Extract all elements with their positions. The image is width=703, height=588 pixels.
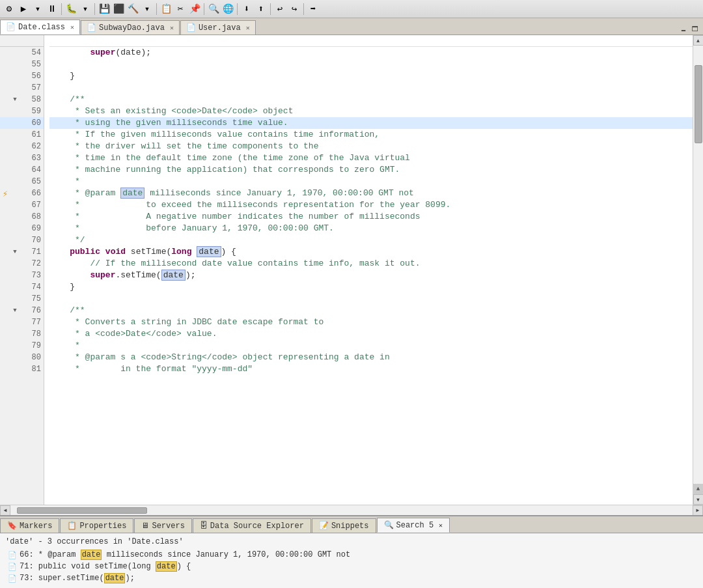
horizontal-scrollbar[interactable]: ◀ ▶ xyxy=(0,505,703,515)
toolbar-icon-10[interactable]: ▾ xyxy=(141,3,154,16)
toolbar-icon-9[interactable]: 🔨 xyxy=(126,3,139,16)
maximize-editor-btn[interactable]: 🗖 xyxy=(690,24,700,35)
toolbar-icon-2[interactable]: ▶ xyxy=(17,3,30,16)
tab-subway-dao[interactable]: 📄 SubwayDao.java ✕ xyxy=(81,20,180,35)
user-java-tab-close[interactable]: ✕ xyxy=(246,24,250,32)
servers-tab-icon: 🖥 xyxy=(141,521,149,531)
toolbar-icon-20[interactable]: ➡ xyxy=(307,3,320,16)
toolbar-icon-3[interactable]: ▾ xyxy=(31,3,44,16)
result-2-suffix: ) { xyxy=(177,562,191,571)
code-line-55 xyxy=(49,59,693,70)
result-1-icon: 📄 xyxy=(8,551,17,559)
h-scroll-thumb[interactable] xyxy=(17,507,147,514)
markers-tab-label: Markers xyxy=(20,522,52,531)
scroll-bottom-btn[interactable]: ▲ xyxy=(693,484,704,494)
gutter-63: 63 xyxy=(0,152,44,164)
search-result-2[interactable]: 📄 71: public void setTime(long date) { xyxy=(5,561,698,572)
result-3-match: date xyxy=(104,573,126,583)
result-1-suffix: milliseconds since January 1, 1970, 00:0… xyxy=(102,550,350,559)
code-line-67: * to exceed the milliseconds representat… xyxy=(49,199,693,211)
search-result-1[interactable]: 📄 66: * @param date milliseconds since J… xyxy=(5,549,698,561)
gutter-75: 75 xyxy=(0,293,44,305)
subway-dao-tab-label: SubwayDao.java xyxy=(99,23,165,33)
gutter-58[interactable]: ▼58 xyxy=(0,94,44,105)
toolbar-icon-19[interactable]: ↪ xyxy=(288,3,301,16)
toolbar-icon-8[interactable]: ⬛ xyxy=(112,3,125,16)
result-1-match: date xyxy=(81,550,102,560)
subway-dao-tab-icon: 📄 xyxy=(87,23,96,33)
tab-snippets[interactable]: 📝 Snippets xyxy=(312,518,376,533)
gutter-66: ⚡66 xyxy=(0,188,44,199)
code-line-79: * xyxy=(49,340,693,352)
date-class-tab-label: Date.class xyxy=(18,23,65,32)
tab-properties[interactable]: 📋 Properties xyxy=(60,518,133,533)
result-3-prefix: 73: super.setTime( xyxy=(20,574,104,583)
user-java-tab-label: User.java xyxy=(199,23,241,33)
gutter-55: 55 xyxy=(0,59,44,70)
scroll-thumb[interactable] xyxy=(695,65,702,143)
gutter-79: 79 xyxy=(0,340,44,352)
code-line-72: // If the millisecond date value contain… xyxy=(49,258,693,270)
code-line-60: * using the given milliseconds time valu… xyxy=(49,117,693,129)
code-line-58: /** xyxy=(49,94,693,105)
h-scroll-track xyxy=(10,505,693,515)
toolbar-sep-3 xyxy=(156,3,157,15)
scroll-left-btn[interactable]: ◀ xyxy=(0,505,10,516)
toolbar-sep-6 xyxy=(270,3,271,15)
toolbar-icon-5[interactable]: 🐛 xyxy=(64,3,77,16)
minimize-editor-btn[interactable]: 🗕 xyxy=(678,24,689,35)
search-tab-label: Search 5 xyxy=(396,521,434,530)
toolbar-icon-4[interactable]: ⏸ xyxy=(46,3,59,16)
subway-dao-tab-close[interactable]: ✕ xyxy=(170,24,174,32)
toolbar-sep-4 xyxy=(204,3,204,15)
search-result-3[interactable]: 📄 73: super.setTime(date); xyxy=(5,572,698,584)
gutter-65: 65 xyxy=(0,176,44,188)
tab-date-class[interactable]: 📄 Date.class ✕ xyxy=(0,20,80,35)
search-summary: 'date' - 3 occurrences in 'Date.class' xyxy=(5,537,698,546)
result-3-text: 73: super.setTime(date); xyxy=(20,574,135,583)
toolbar-icon-16[interactable]: ⬇ xyxy=(240,3,253,16)
gutter-78: 78 xyxy=(0,328,44,340)
code-editor[interactable]: super(date); } /** * Sets an existing <c… xyxy=(44,35,693,505)
toolbar-icon-11[interactable]: 📋 xyxy=(159,3,172,16)
toolbar-icon-1[interactable]: ⚙ xyxy=(3,3,16,16)
toolbar-icon-15[interactable]: 🌐 xyxy=(221,3,234,16)
result-2-text: 71: public void setTime(long date) { xyxy=(20,562,191,571)
gutter-60: 60 xyxy=(0,117,44,129)
vertical-scrollbar[interactable]: ▲ ▲ ▼ xyxy=(693,35,703,505)
toolbar-icon-6[interactable]: ▾ xyxy=(79,3,92,16)
gutter-71[interactable]: ▼71 xyxy=(0,246,44,258)
gutter-67: 67 xyxy=(0,199,44,211)
gutter-81: 81 xyxy=(0,363,44,375)
toolbar-icon-18[interactable]: ↩ xyxy=(273,3,286,16)
servers-tab-label: Servers xyxy=(152,522,184,531)
tab-data-source[interactable]: 🗄 Data Source Explorer xyxy=(193,518,311,533)
code-line-78: * a <code>Date</code> value. xyxy=(49,328,693,340)
bottom-tab-bar: 🔖 Markers 📋 Properties 🖥 Servers 🗄 Data … xyxy=(0,516,703,533)
gutter-56: 56 xyxy=(0,70,44,82)
scroll-up-btn[interactable]: ▲ xyxy=(693,35,704,46)
scroll-right-btn[interactable]: ▶ xyxy=(693,505,703,516)
toolbar-icon-12[interactable]: ✂ xyxy=(174,3,187,16)
toolbar-icon-14[interactable]: 🔍 xyxy=(207,3,220,16)
scroll-down-btn[interactable]: ▼ xyxy=(693,494,704,505)
properties-tab-label: Properties xyxy=(79,522,126,531)
tab-search[interactable]: 🔍 Search 5 ✕ xyxy=(377,518,450,533)
gutter-69: 69 xyxy=(0,223,44,234)
tab-user-java[interactable]: 📄 User.java ✕ xyxy=(180,20,256,35)
gutter-77: 77 xyxy=(0,316,44,328)
tab-markers[interactable]: 🔖 Markers xyxy=(0,518,59,533)
result-2-prefix: 71: public void setTime(long xyxy=(20,562,156,571)
search-tab-close[interactable]: ✕ xyxy=(439,522,443,529)
toolbar-icon-13[interactable]: 📌 xyxy=(188,3,201,16)
code-line-77: * Converts a string in JDBC date escape … xyxy=(49,316,693,328)
user-java-tab-icon: 📄 xyxy=(186,23,196,33)
toolbar-icon-17[interactable]: ⬆ xyxy=(255,3,268,16)
toolbar-icon-7[interactable]: 💾 xyxy=(98,3,111,16)
code-line-71: public void setTime(long date) { xyxy=(49,246,693,258)
data-source-tab-label: Data Source Explorer xyxy=(210,522,304,531)
main-toolbar: ⚙ ▶ ▾ ⏸ 🐛 ▾ 💾 ⬛ 🔨 ▾ 📋 ✂ 📌 🔍 🌐 ⬇ ⬆ ↩ ↪ ➡ xyxy=(0,0,703,18)
tab-servers[interactable]: 🖥 Servers xyxy=(134,518,191,533)
date-class-tab-close[interactable]: ✕ xyxy=(70,23,74,31)
gutter-76[interactable]: ▼76 xyxy=(0,305,44,316)
